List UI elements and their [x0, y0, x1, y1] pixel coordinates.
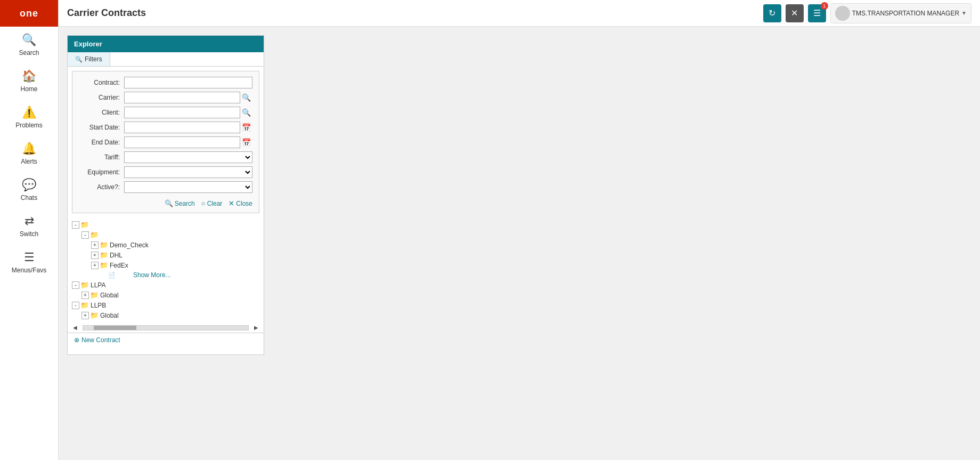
tree-node-group1[interactable]: - 📁 [72, 230, 259, 240]
sidebar-item-home[interactable]: 🏠 Home [0, 63, 58, 99]
end-date-input[interactable] [124, 136, 240, 148]
start-date-calendar-icon[interactable]: 📅 [240, 123, 252, 132]
sidebar-item-switch[interactable]: ⇄ Switch [0, 208, 58, 244]
folder-icon-demo-check: 📁 [100, 241, 108, 249]
search-action-icon: 🔍 [165, 199, 173, 207]
app-logo: one [0, 0, 58, 27]
file-icon-show-more: 📄 [108, 272, 116, 279]
close-icon: ✕ [228, 199, 234, 207]
active-select[interactable] [124, 181, 252, 193]
active-label: Active?: [79, 183, 124, 191]
carrier-input[interactable] [124, 92, 240, 103]
tariff-select[interactable] [124, 151, 252, 163]
explorer-panel: Explorer 🔍 Filters Contract: Carrier: [67, 35, 264, 355]
sidebar-item-chats[interactable]: 💬 Chats [0, 172, 58, 208]
tree-label-llpa-global: Global [100, 292, 119, 299]
tree-node-demo-check[interactable]: + 📁 Demo_Check [72, 240, 259, 250]
tree-node-show-more[interactable]: 📄 Show More... [72, 270, 259, 280]
tree-node-fedex[interactable]: + 📁 FedEx [72, 260, 259, 270]
menu-button[interactable]: ☰ 1 [808, 4, 826, 22]
end-date-input-group: 📅 [124, 136, 252, 148]
explorer-header: Explorer [68, 36, 264, 52]
tree-label-fedex: FedEx [110, 262, 128, 269]
tree-node-llpb[interactable]: - 📁 LLPB [72, 300, 259, 310]
toggle-fedex[interactable]: + [91, 262, 99, 269]
end-date-calendar-icon[interactable]: 📅 [240, 138, 252, 147]
toggle-llpa[interactable]: - [72, 281, 79, 289]
avatar [835, 6, 850, 21]
home-icon: 🏠 [22, 69, 36, 83]
equipment-row: Equipment: [79, 166, 252, 178]
close-button-form[interactable]: ✕ Close [228, 199, 252, 207]
contract-row: Contract: [79, 77, 252, 88]
folder-icon-dhl: 📁 [100, 251, 108, 259]
client-row: Client: 🔍 [79, 107, 252, 118]
scroll-left-icon[interactable]: ◀ [72, 325, 78, 330]
clear-button[interactable]: ○ Clear [201, 199, 223, 207]
start-date-input[interactable] [124, 122, 240, 133]
folder-icon-llpb-global: 📁 [90, 311, 99, 319]
header-controls: ↻ ✕ ☰ 1 TMS.TRANSPORTATION MANAGER ▼ [763, 3, 971, 23]
tree-node-root[interactable]: - 📁 [72, 220, 259, 230]
filters-icon: 🔍 [75, 56, 83, 63]
tree-container: - 📁 - 📁 + 📁 Demo_Check + 📁 [68, 217, 264, 322]
carrier-row: Carrier: 🔍 [79, 92, 252, 103]
user-selector[interactable]: TMS.TRANSPORTATION MANAGER ▼ [830, 3, 971, 23]
carrier-label: Carrier: [79, 94, 124, 101]
tree-label-demo-check: Demo_Check [110, 241, 149, 249]
chat-icon: 💬 [22, 178, 36, 192]
folder-icon-llpa-global: 📁 [90, 291, 99, 299]
toggle-demo-check[interactable]: + [91, 241, 99, 249]
toggle-llpa-global[interactable]: + [81, 292, 89, 299]
end-date-row: End Date: 📅 [79, 136, 252, 148]
scrollbar-thumb[interactable] [94, 326, 136, 330]
horizontal-scrollbar[interactable] [83, 325, 249, 330]
notification-badge: 1 [821, 2, 828, 10]
sidebar: one 🔍 Search 🏠 Home ⚠️ Problems 🔔 Alerts… [0, 0, 59, 460]
toggle-dhl[interactable]: + [91, 252, 99, 259]
start-date-row: Start Date: 📅 [79, 122, 252, 133]
equipment-label: Equipment: [79, 168, 124, 176]
bell-icon: 🔔 [22, 142, 36, 156]
warning-icon: ⚠️ [22, 106, 36, 119]
tree-label-llpb: LLPB [91, 302, 106, 309]
carrier-search-icon[interactable]: 🔍 [240, 93, 252, 102]
start-date-input-group: 📅 [124, 122, 252, 133]
tree-node-llpb-global[interactable]: + 📁 Global [72, 310, 259, 320]
toggle-root[interactable]: - [72, 221, 79, 229]
sidebar-item-search[interactable]: 🔍 Search [0, 27, 58, 63]
tree-label-dhl: DHL [110, 252, 123, 259]
toggle-group1[interactable]: - [81, 231, 89, 239]
tree-node-dhl[interactable]: + 📁 DHL [72, 250, 259, 260]
search-button[interactable]: 🔍 Search [165, 199, 195, 207]
equipment-select[interactable] [124, 166, 252, 178]
new-contract-link[interactable]: ⊕ New Contract [68, 333, 264, 347]
filters-form: Contract: Carrier: 🔍 Client: 🔍 [72, 71, 259, 213]
form-actions: 🔍 Search ○ Clear ✕ Close [79, 196, 252, 207]
tab-filters[interactable]: 🔍 Filters [68, 52, 110, 66]
end-date-label: End Date: [79, 139, 124, 146]
contract-input[interactable] [124, 77, 252, 88]
plus-icon: ⊕ [74, 336, 79, 344]
main-content: Carrier Contracts ↻ ✕ ☰ 1 TMS.TRANSPORTA… [59, 0, 980, 460]
tree-node-llpa[interactable]: - 📁 LLPA [72, 280, 259, 290]
folder-icon-llpa: 📁 [80, 281, 89, 289]
page-title: Carrier Contracts [67, 7, 146, 19]
toggle-llpb[interactable]: - [72, 302, 79, 309]
client-input[interactable] [124, 107, 240, 118]
client-search-icon[interactable]: 🔍 [240, 108, 252, 117]
sidebar-item-problems[interactable]: ⚠️ Problems [0, 99, 58, 135]
sidebar-item-alerts[interactable]: 🔔 Alerts [0, 135, 58, 172]
close-button[interactable]: ✕ [786, 4, 804, 22]
switch-icon: ⇄ [24, 214, 34, 228]
user-name: TMS.TRANSPORTATION MANAGER [852, 10, 959, 17]
carrier-input-group: 🔍 [124, 92, 252, 103]
tree-node-llpa-global[interactable]: + 📁 Global [72, 290, 259, 300]
toggle-llpb-global[interactable]: + [81, 312, 89, 319]
show-more-link[interactable]: Show More... [133, 271, 171, 279]
refresh-button[interactable]: ↻ [763, 4, 781, 22]
sidebar-item-menus[interactable]: ☰ Menus/Favs [0, 244, 58, 280]
scroll-right-icon[interactable]: ▶ [253, 325, 259, 330]
active-row: Active?: [79, 181, 252, 193]
header: Carrier Contracts ↻ ✕ ☰ 1 TMS.TRANSPORTA… [59, 0, 980, 27]
